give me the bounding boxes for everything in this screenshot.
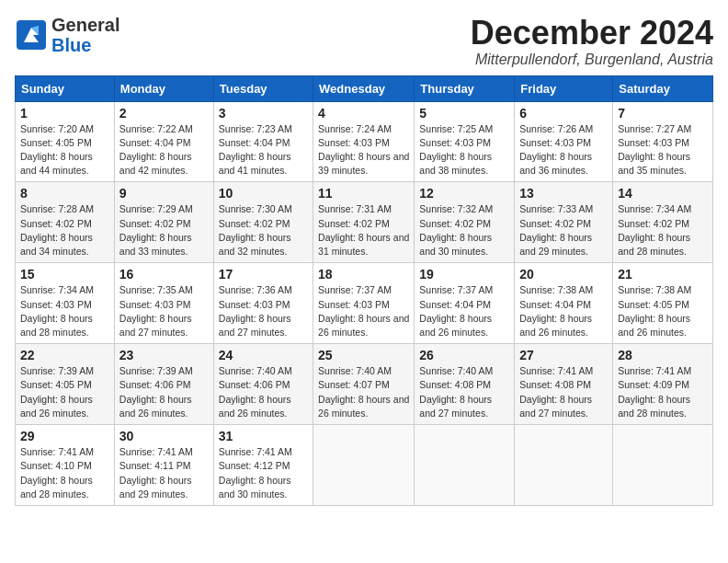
day-info: Sunrise: 7:29 AMSunset: 4:02 PMDaylight:… bbox=[119, 202, 209, 259]
calendar-day-cell: 17Sunrise: 7:36 AMSunset: 4:03 PMDayligh… bbox=[213, 263, 313, 344]
calendar-day-cell: 3Sunrise: 7:23 AMSunset: 4:04 PMDaylight… bbox=[213, 101, 313, 182]
day-number: 2 bbox=[119, 106, 209, 121]
day-info: Sunrise: 7:41 AMSunset: 4:10 PMDaylight:… bbox=[20, 445, 109, 501]
calendar-day-cell: 31Sunrise: 7:41 AMSunset: 4:12 PMDayligh… bbox=[213, 425, 313, 506]
day-number: 28 bbox=[618, 348, 708, 362]
day-number: 29 bbox=[20, 429, 109, 443]
logo-blue: Blue bbox=[51, 35, 119, 55]
calendar-day-cell: 14Sunrise: 7:34 AMSunset: 4:02 PMDayligh… bbox=[613, 182, 713, 263]
day-info: Sunrise: 7:25 AMSunset: 4:03 PMDaylight:… bbox=[419, 122, 509, 178]
day-number: 30 bbox=[119, 429, 209, 443]
calendar-day-cell: 20Sunrise: 7:38 AMSunset: 4:04 PMDayligh… bbox=[515, 263, 613, 344]
day-info: Sunrise: 7:40 AMSunset: 4:06 PMDaylight:… bbox=[219, 364, 308, 420]
calendar-day-cell: 9Sunrise: 7:29 AMSunset: 4:02 PMDaylight… bbox=[114, 182, 213, 263]
day-number: 12 bbox=[419, 186, 509, 201]
day-info: Sunrise: 7:22 AMSunset: 4:04 PMDaylight:… bbox=[119, 122, 209, 178]
calendar-day-cell: 13Sunrise: 7:33 AMSunset: 4:02 PMDayligh… bbox=[515, 182, 613, 263]
location-title: Mitterpullendorf, Burgenland, Austria bbox=[471, 52, 713, 68]
day-number: 15 bbox=[20, 267, 109, 282]
day-number: 31 bbox=[219, 429, 308, 443]
calendar-day-cell: 27Sunrise: 7:41 AMSunset: 4:08 PMDayligh… bbox=[515, 344, 613, 425]
day-info: Sunrise: 7:39 AMSunset: 4:05 PMDaylight:… bbox=[20, 364, 109, 420]
calendar-day-cell: 22Sunrise: 7:39 AMSunset: 4:05 PMDayligh… bbox=[16, 344, 115, 425]
day-info: Sunrise: 7:41 AMSunset: 4:09 PMDaylight:… bbox=[618, 364, 708, 420]
weekday-header-cell: Tuesday bbox=[213, 75, 313, 101]
calendar-day-cell bbox=[415, 425, 515, 506]
day-info: Sunrise: 7:37 AMSunset: 4:04 PMDaylight:… bbox=[419, 283, 509, 339]
calendar-day-cell: 23Sunrise: 7:39 AMSunset: 4:06 PMDayligh… bbox=[114, 344, 213, 425]
logo-general: General bbox=[51, 15, 119, 35]
day-number: 7 bbox=[618, 106, 708, 121]
day-info: Sunrise: 7:41 AMSunset: 4:11 PMDaylight:… bbox=[119, 445, 209, 501]
calendar-day-cell bbox=[515, 425, 613, 506]
day-info: Sunrise: 7:36 AMSunset: 4:03 PMDaylight:… bbox=[219, 283, 308, 339]
weekday-header-cell: Sunday bbox=[16, 75, 115, 101]
calendar-day-cell: 16Sunrise: 7:35 AMSunset: 4:03 PMDayligh… bbox=[114, 263, 213, 344]
calendar-day-cell: 25Sunrise: 7:40 AMSunset: 4:07 PMDayligh… bbox=[313, 344, 415, 425]
day-info: Sunrise: 7:41 AMSunset: 4:08 PMDaylight:… bbox=[519, 364, 608, 420]
calendar-day-cell: 1Sunrise: 7:20 AMSunset: 4:05 PMDaylight… bbox=[16, 101, 115, 182]
day-info: Sunrise: 7:39 AMSunset: 4:06 PMDaylight:… bbox=[119, 364, 209, 420]
day-info: Sunrise: 7:30 AMSunset: 4:02 PMDaylight:… bbox=[219, 202, 308, 259]
calendar-day-cell: 5Sunrise: 7:25 AMSunset: 4:03 PMDaylight… bbox=[415, 101, 515, 182]
weekday-header-row: SundayMondayTuesdayWednesdayThursdayFrid… bbox=[16, 75, 713, 101]
page-header: General Blue December 2024 Mitterpullend… bbox=[15, 15, 713, 68]
day-number: 25 bbox=[318, 348, 409, 362]
day-number: 21 bbox=[618, 267, 708, 282]
day-number: 24 bbox=[219, 348, 308, 362]
calendar-table: SundayMondayTuesdayWednesdayThursdayFrid… bbox=[15, 75, 713, 506]
calendar-week-row: 22Sunrise: 7:39 AMSunset: 4:05 PMDayligh… bbox=[16, 344, 713, 425]
day-number: 1 bbox=[20, 106, 109, 121]
logo-icon bbox=[15, 18, 48, 52]
calendar-day-cell: 12Sunrise: 7:32 AMSunset: 4:02 PMDayligh… bbox=[415, 182, 515, 263]
day-info: Sunrise: 7:38 AMSunset: 4:04 PMDaylight:… bbox=[519, 283, 608, 339]
weekday-header-cell: Thursday bbox=[415, 75, 515, 101]
calendar-week-row: 1Sunrise: 7:20 AMSunset: 4:05 PMDaylight… bbox=[16, 101, 713, 182]
calendar-day-cell: 6Sunrise: 7:26 AMSunset: 4:03 PMDaylight… bbox=[515, 101, 613, 182]
day-number: 22 bbox=[20, 348, 109, 362]
day-info: Sunrise: 7:40 AMSunset: 4:08 PMDaylight:… bbox=[419, 364, 509, 420]
weekday-header-cell: Saturday bbox=[613, 75, 713, 101]
calendar-day-cell: 18Sunrise: 7:37 AMSunset: 4:03 PMDayligh… bbox=[313, 263, 415, 344]
calendar-day-cell: 11Sunrise: 7:31 AMSunset: 4:02 PMDayligh… bbox=[313, 182, 415, 263]
day-info: Sunrise: 7:28 AMSunset: 4:02 PMDaylight:… bbox=[20, 202, 109, 259]
day-number: 6 bbox=[519, 106, 608, 121]
calendar-week-row: 8Sunrise: 7:28 AMSunset: 4:02 PMDaylight… bbox=[16, 182, 713, 263]
calendar-day-cell bbox=[313, 425, 415, 506]
calendar-day-cell: 19Sunrise: 7:37 AMSunset: 4:04 PMDayligh… bbox=[415, 263, 515, 344]
day-number: 19 bbox=[419, 267, 509, 282]
calendar-day-cell: 4Sunrise: 7:24 AMSunset: 4:03 PMDaylight… bbox=[313, 101, 415, 182]
calendar-week-row: 15Sunrise: 7:34 AMSunset: 4:03 PMDayligh… bbox=[16, 263, 713, 344]
day-number: 17 bbox=[219, 267, 308, 282]
weekday-header-cell: Wednesday bbox=[313, 75, 415, 101]
calendar-body: 1Sunrise: 7:20 AMSunset: 4:05 PMDaylight… bbox=[16, 101, 713, 505]
day-number: 26 bbox=[419, 348, 509, 362]
calendar-day-cell: 29Sunrise: 7:41 AMSunset: 4:10 PMDayligh… bbox=[16, 425, 115, 506]
day-number: 9 bbox=[119, 186, 209, 201]
weekday-header-cell: Friday bbox=[515, 75, 613, 101]
day-number: 18 bbox=[318, 267, 409, 282]
day-info: Sunrise: 7:41 AMSunset: 4:12 PMDaylight:… bbox=[219, 445, 308, 501]
day-number: 23 bbox=[119, 348, 209, 362]
day-info: Sunrise: 7:26 AMSunset: 4:03 PMDaylight:… bbox=[519, 122, 608, 178]
title-area: December 2024 Mitterpullendorf, Burgenla… bbox=[471, 15, 713, 68]
day-info: Sunrise: 7:20 AMSunset: 4:05 PMDaylight:… bbox=[20, 122, 109, 178]
calendar-day-cell bbox=[613, 425, 713, 506]
day-info: Sunrise: 7:27 AMSunset: 4:03 PMDaylight:… bbox=[618, 122, 708, 178]
day-number: 16 bbox=[119, 267, 209, 282]
day-info: Sunrise: 7:24 AMSunset: 4:03 PMDaylight:… bbox=[318, 122, 409, 178]
day-info: Sunrise: 7:40 AMSunset: 4:07 PMDaylight:… bbox=[318, 364, 409, 420]
calendar-day-cell: 15Sunrise: 7:34 AMSunset: 4:03 PMDayligh… bbox=[16, 263, 115, 344]
calendar-day-cell: 7Sunrise: 7:27 AMSunset: 4:03 PMDaylight… bbox=[613, 101, 713, 182]
day-number: 14 bbox=[618, 186, 708, 201]
day-number: 10 bbox=[219, 186, 308, 201]
calendar-day-cell: 28Sunrise: 7:41 AMSunset: 4:09 PMDayligh… bbox=[613, 344, 713, 425]
calendar-day-cell: 30Sunrise: 7:41 AMSunset: 4:11 PMDayligh… bbox=[114, 425, 213, 506]
day-number: 13 bbox=[519, 186, 608, 201]
day-number: 3 bbox=[219, 106, 308, 121]
day-number: 20 bbox=[519, 267, 608, 282]
day-info: Sunrise: 7:34 AMSunset: 4:02 PMDaylight:… bbox=[618, 202, 708, 259]
calendar-day-cell: 24Sunrise: 7:40 AMSunset: 4:06 PMDayligh… bbox=[213, 344, 313, 425]
day-number: 8 bbox=[20, 186, 109, 201]
day-info: Sunrise: 7:33 AMSunset: 4:02 PMDaylight:… bbox=[519, 202, 608, 259]
